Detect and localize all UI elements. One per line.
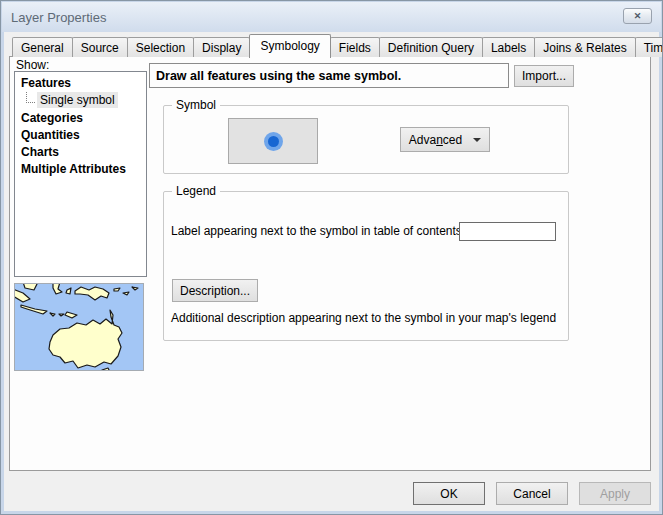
legend-label-text: Label appearing next to the symbol in ta… <box>171 224 465 238</box>
tab-general[interactable]: General <box>12 37 73 57</box>
import-button[interactable]: Import... <box>514 65 574 87</box>
advanced-button[interactable]: Advanced <box>400 127 490 152</box>
legend-group-title: Legend <box>172 184 220 198</box>
point-symbol-icon <box>264 132 283 151</box>
symbol-preview-button[interactable] <box>228 118 318 164</box>
tree-item-categories[interactable]: Categories <box>15 110 146 127</box>
cancel-button[interactable]: Cancel <box>496 482 568 505</box>
tab-labels[interactable]: Labels <box>482 37 535 57</box>
close-icon: ✕ <box>634 11 642 21</box>
window-title: Layer Properties <box>11 10 106 25</box>
apply-button[interactable]: Apply <box>579 482 651 505</box>
map-preview-icon <box>14 283 144 371</box>
advanced-button-label: Advanced <box>409 133 462 147</box>
tree-item-quantities[interactable]: Quantities <box>15 127 146 144</box>
legend-label-input[interactable] <box>459 222 556 241</box>
description-button[interactable]: Description... <box>172 279 258 302</box>
tab-display[interactable]: Display <box>193 37 250 57</box>
drawing-method-heading: Draw all features using the same symbol. <box>149 63 509 88</box>
symbol-group: Symbol <box>163 105 569 174</box>
tab-definition-query[interactable]: Definition Query <box>379 37 483 57</box>
symbol-group-title: Symbol <box>172 98 220 112</box>
show-tree[interactable]: Features Single symbol Categories Quanti… <box>14 71 147 277</box>
legend-additional-text: Additional description appearing next to… <box>171 311 556 325</box>
title-bar[interactable]: Layer Properties <box>2 2 661 32</box>
tab-joins-relates[interactable]: Joins & Relates <box>534 37 635 57</box>
tree-item-single-symbol-label[interactable]: Single symbol <box>37 92 118 108</box>
tab-symbology[interactable]: Symbology <box>249 34 330 58</box>
tree-item-features[interactable]: Features <box>15 75 146 92</box>
tab-strip: General Source Selection Display Symbolo… <box>12 34 663 57</box>
tab-time[interactable]: Time <box>635 37 663 57</box>
ok-button[interactable]: OK <box>413 482 485 505</box>
tree-item-charts[interactable]: Charts <box>15 144 146 161</box>
tree-connector-icon <box>26 92 35 103</box>
tree-item-multiple-attributes[interactable]: Multiple Attributes <box>15 161 146 178</box>
tree-item-single-symbol[interactable]: Single symbol <box>15 92 146 108</box>
tab-source[interactable]: Source <box>72 37 128 57</box>
show-label: Show: <box>16 58 49 72</box>
layer-properties-dialog: Layer Properties ✕ General Source Select… <box>0 0 663 515</box>
tab-selection[interactable]: Selection <box>127 37 194 57</box>
tab-fields[interactable]: Fields <box>330 37 380 57</box>
close-button[interactable]: ✕ <box>623 8 652 24</box>
dropdown-arrow-icon <box>473 138 481 142</box>
